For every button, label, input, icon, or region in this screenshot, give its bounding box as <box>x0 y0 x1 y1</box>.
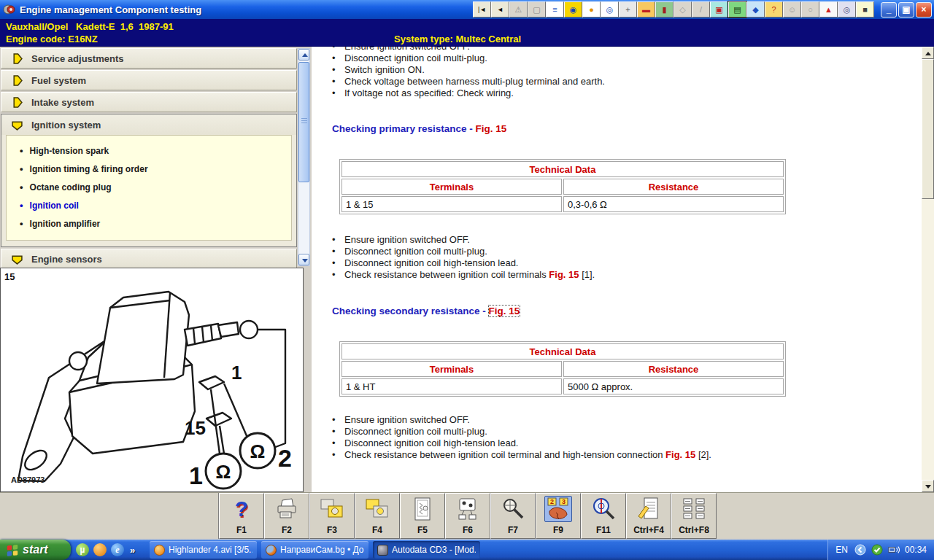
bullet-text: Check resistance between ignition coil t… <box>344 269 549 280</box>
minimize-button[interactable]: _ <box>881 2 897 18</box>
gears-icon[interactable]: ◎ <box>838 1 856 18</box>
figure-link-focused[interactable]: Fig. 15 <box>489 306 520 316</box>
media-app-icon[interactable] <box>93 543 107 556</box>
globe-icon[interactable]: ◎ <box>601 1 619 18</box>
specification-document-icon <box>409 496 436 522</box>
task-button-browser[interactable]: НаправиСам.bg • До... <box>261 541 368 559</box>
spark-plug-icon[interactable]: ≡ <box>546 1 564 18</box>
back-icon[interactable]: ◄ <box>491 1 509 18</box>
gasket-icon[interactable]: ○ <box>801 1 819 18</box>
table-title: Technical Data <box>341 161 784 177</box>
gauge-icon[interactable]: ◉ <box>564 1 582 18</box>
sidebar-item-high-tension-spark[interactable]: High-tension spark <box>7 141 291 160</box>
mouse-icon[interactable]: ● <box>582 1 601 18</box>
svg-text:3: 3 <box>562 498 566 505</box>
f4-component-search-button[interactable]: F4 <box>355 493 400 539</box>
language-indicator[interactable]: EN <box>835 545 848 555</box>
restore-button[interactable]: ▣ <box>898 2 914 18</box>
security-check-icon[interactable] <box>871 544 883 556</box>
sidebar-item-label: Fuel system <box>31 75 86 86</box>
abs-warning-icon[interactable]: ▲ <box>819 1 838 18</box>
f7-component-locator-button[interactable]: F7 <box>490 493 536 539</box>
f5-specifications-button[interactable]: F5 <box>400 493 445 539</box>
up-arrow-icon <box>925 52 931 55</box>
scroll-down-button[interactable] <box>922 480 934 492</box>
table-title: Technical Data <box>341 343 784 359</box>
f9-numbered-components-button[interactable]: 2 3 F9 <box>536 493 581 539</box>
close-button[interactable]: × <box>916 2 932 18</box>
magnifier-probe-icon <box>499 496 527 522</box>
figure-link[interactable]: Fig. 15 <box>665 449 695 460</box>
sidebar-item-ignition-coil[interactable]: Ignition coil <box>7 196 291 214</box>
terminal-15-label: 15 <box>185 417 206 439</box>
printer-icon[interactable]: ▤ <box>728 1 746 18</box>
brush-icon[interactable]: / <box>692 1 710 18</box>
cell-resistance: 0,3-0,6 Ω <box>563 196 784 212</box>
utorrent-icon[interactable]: µ <box>76 543 89 556</box>
sidebar-item-ignition-system[interactable]: Ignition system <box>1 114 296 135</box>
internet-explorer-icon[interactable]: e <box>111 543 124 556</box>
section-heading-primary: Checking primary resistance - Fig. 15 <box>332 122 905 135</box>
f3-component-test-button[interactable]: F3 <box>309 493 355 539</box>
bullet-item: Ensure ignition switched OFF. <box>332 414 905 426</box>
component-search-icon <box>363 496 391 522</box>
hide-icons-button[interactable] <box>854 544 866 556</box>
dashboard-icon[interactable]: ▬ <box>637 1 655 18</box>
f11-dial-locator-button[interactable]: F11 <box>581 493 626 539</box>
sidebar-item-fuel-system[interactable]: Fuel system <box>1 70 297 90</box>
drawing-code: AD87973 <box>11 475 45 484</box>
engine-code: Engine code: E16NZ <box>6 34 98 44</box>
bullet-item: Disconnect ignition coil multi-plug. <box>332 246 905 257</box>
bullet-item: Check resistance between ignition coil t… <box>332 269 905 281</box>
first-page-icon[interactable]: |◄ <box>473 1 491 18</box>
ctrl-f8-menu-list-button[interactable]: Ctrl+F8 <box>671 493 717 539</box>
sidebar: Service adjustments Fuel system Intake s… <box>0 47 311 268</box>
window-icon[interactable]: ▢ <box>528 1 546 18</box>
column-header-resistance: Resistance <box>563 179 784 195</box>
task-button-highlander[interactable]: Highlander 4.avi [3/5... <box>150 541 257 559</box>
titlebar-toolbar: |◄ ◄ ⚠ ▢ ≡ ◉ ● ◎ + ▬ ▮ ◇ / ▣ ▤ ◆ ? ☺ ○ ▲… <box>473 1 874 18</box>
scrollbar-thumb[interactable] <box>922 59 934 199</box>
scroll-down-button[interactable] <box>298 254 309 265</box>
start-button[interactable]: start <box>0 540 71 560</box>
firefox-icon <box>266 545 277 556</box>
figure-link[interactable]: Fig. 15 <box>476 123 507 134</box>
vehicle-lift-icon[interactable]: ▮ <box>655 1 674 18</box>
people-icon[interactable]: ☺ <box>783 1 801 18</box>
assistance-icon[interactable]: ? <box>765 1 783 18</box>
sidebar-item-octane-coding-plug[interactable]: Octane coding plug <box>7 178 291 196</box>
task-button-autodata[interactable]: Autodata CD3 - [Mod... <box>373 541 480 559</box>
scroll-up-button[interactable] <box>922 47 934 59</box>
network-status-icon[interactable] <box>888 544 900 556</box>
mouse-settings-icon[interactable]: ◆ <box>746 1 765 18</box>
connector-pins-icon <box>454 496 482 522</box>
f2-print-button[interactable]: F2 <box>264 493 309 539</box>
ctrl-f4-edit-notes-button[interactable]: Ctrl+F4 <box>626 493 671 539</box>
figure-link[interactable]: Fig. 15 <box>549 269 579 280</box>
sidebar-item-engine-sensors[interactable]: Engine sensors <box>1 249 297 268</box>
f6-connector-pins-button[interactable]: F6 <box>445 493 490 539</box>
tools-icon[interactable]: + <box>619 1 637 18</box>
sidebar-item-ignition-timing[interactable]: Ignition timing & firing order <box>7 160 291 178</box>
content-scrollbar[interactable] <box>922 47 934 492</box>
battery-icon[interactable]: ■ <box>856 1 874 18</box>
taskbar-clock[interactable]: 00:34 <box>905 545 927 555</box>
sidebar-item-service-adjustments[interactable]: Service adjustments <box>1 48 297 69</box>
printer-icon <box>273 496 301 522</box>
bullet-item: Ensure ignition switched OFF. <box>332 47 905 52</box>
scroll-up-button[interactable] <box>298 49 309 61</box>
content-area: Ensure ignition switched OFF. Disconnect… <box>312 47 934 492</box>
body-panel-icon[interactable]: ◇ <box>674 1 692 18</box>
engine-parts-icon[interactable]: ▣ <box>710 1 728 18</box>
sidebar-scrollbar[interactable] <box>298 48 310 266</box>
heading-separator: - <box>467 123 476 134</box>
scrollbar-thumb[interactable] <box>298 62 309 182</box>
windows-logo-icon <box>6 543 19 556</box>
sidebar-subitem-label: Octane coding plug <box>30 182 112 192</box>
warning-icon[interactable]: ⚠ <box>509 1 528 18</box>
sidebar-item-intake-system[interactable]: Intake system <box>1 92 297 112</box>
f1-help-button[interactable]: ? F1 <box>219 493 264 539</box>
quick-launch-overflow-chevron[interactable]: » <box>130 545 135 556</box>
column-header-terminals: Terminals <box>341 361 562 377</box>
sidebar-item-ignition-amplifier[interactable]: Ignition amplifier <box>7 214 291 233</box>
